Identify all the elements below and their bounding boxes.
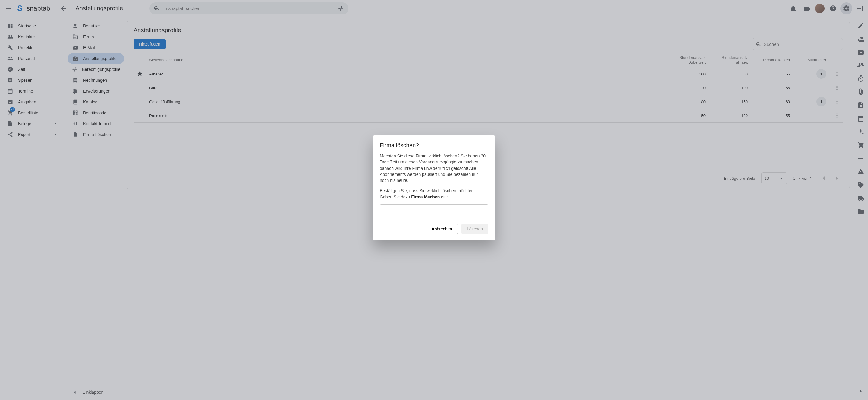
delete-company-dialog: Firma löschen? Möchten Sie diese Firma w… — [373, 136, 495, 240]
dialog-confirm-button[interactable]: Löschen — [461, 224, 488, 234]
dialog-confirm-input[interactable] — [380, 204, 488, 216]
dialog-scrim[interactable]: Firma löschen? Möchten Sie diese Firma w… — [0, 0, 868, 400]
dialog-body-2: Bestätigen Sie, dass Sie wirklich lösche… — [380, 188, 488, 200]
dialog-body-1: Möchten Sie diese Firma wirklich löschen… — [380, 153, 488, 183]
dialog-title: Firma löschen? — [380, 142, 488, 149]
dialog-cancel-button[interactable]: Abbrechen — [426, 224, 458, 234]
